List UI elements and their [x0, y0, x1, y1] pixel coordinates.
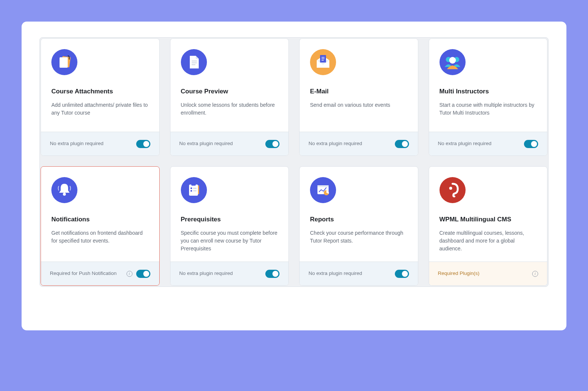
- footer-label: No extra plugin required: [438, 140, 520, 147]
- footer-label: No extra plugin required: [309, 270, 390, 277]
- addon-footer: Required for Push Notificationi: [41, 262, 159, 285]
- addon-card-reports: ReportsCheck your course performance thr…: [299, 166, 418, 286]
- svg-point-15: [449, 57, 456, 64]
- addons-grid-wrap: Course AttachmentsAdd unlimited attachme…: [39, 37, 549, 287]
- addon-footer: Required Plugin(s)i: [429, 262, 547, 285]
- svg-rect-25: [198, 185, 199, 194]
- addon-title: Reports: [310, 216, 408, 223]
- enable-toggle[interactable]: [524, 140, 538, 148]
- enable-toggle[interactable]: [136, 140, 150, 148]
- addon-card-multi-instructors: Multi InstructorsStart a course with mul…: [429, 38, 548, 156]
- addon-card-notifications: NotificationsGet notifications on fronte…: [41, 166, 160, 286]
- footer-label: Required for Push Notification: [50, 270, 122, 277]
- wpml-icon: [440, 177, 466, 203]
- card-body: Course PreviewUnlock some lessons for st…: [170, 39, 289, 132]
- footer-label: No extra plugin required: [179, 140, 261, 147]
- card-body: ReportsCheck your course performance thr…: [300, 167, 418, 262]
- footer-actions: [136, 140, 150, 148]
- addon-title: WPML Multilingual CMS: [440, 216, 537, 223]
- footer-actions: [395, 270, 409, 278]
- addon-card-course-preview: Course PreviewUnlock some lessons for st…: [170, 38, 289, 156]
- addon-title: Prerequisites: [181, 216, 278, 223]
- card-body: PrerequisitesSpecific course you must co…: [170, 167, 289, 262]
- addon-description: Get notifications on frontend dashboard …: [51, 229, 149, 245]
- card-body: Course AttachmentsAdd unlimited attachme…: [41, 39, 159, 132]
- svg-rect-21: [191, 188, 192, 189]
- addon-footer: No extra plugin required: [300, 132, 418, 156]
- addon-footer: No extra plugin required: [41, 132, 159, 156]
- addon-card-wpml: WPML Multilingual CMSCreate multilingual…: [429, 166, 548, 286]
- envelope-icon: [310, 49, 336, 75]
- addon-title: Multi Instructors: [440, 88, 537, 95]
- document-icon: [181, 49, 207, 75]
- footer-label: Required Plugin(s): [438, 270, 528, 277]
- chart-icon: [310, 177, 336, 203]
- card-body: WPML Multilingual CMSCreate multilingual…: [429, 167, 547, 262]
- addons-grid: Course AttachmentsAdd unlimited attachme…: [40, 38, 548, 286]
- addon-footer: No extra plugin required: [429, 132, 547, 156]
- addon-description: Unlock some lessons for students before …: [181, 101, 278, 117]
- enable-toggle[interactable]: [136, 270, 150, 278]
- svg-point-31: [449, 187, 452, 190]
- addon-footer: No extra plugin required: [170, 132, 289, 156]
- addon-description: Start a course with multiple instructors…: [440, 101, 537, 117]
- attachment-icon: [51, 49, 77, 75]
- enable-toggle[interactable]: [395, 270, 409, 278]
- footer-actions: [524, 140, 538, 148]
- svg-rect-28: [317, 185, 329, 187]
- addon-footer: No extra plugin required: [170, 262, 289, 285]
- addon-title: Course Preview: [181, 88, 278, 95]
- addon-description: Check your course performance through Tu…: [310, 229, 408, 245]
- info-icon[interactable]: i: [127, 271, 132, 277]
- checklist-icon: [181, 177, 207, 203]
- addon-card-prerequisites: PrerequisitesSpecific course you must co…: [170, 166, 289, 286]
- footer-label: No extra plugin required: [179, 270, 261, 277]
- addon-description: Add unlimited attachments/ private files…: [51, 101, 149, 117]
- footer-actions: [265, 140, 279, 148]
- settings-panel: Course AttachmentsAdd unlimited attachme…: [22, 22, 566, 330]
- footer-label: No extra plugin required: [50, 140, 132, 147]
- addon-description: Create multilingual courses, lessons, da…: [440, 229, 537, 253]
- addon-card-email: E-MailSend email on various tutor events…: [299, 38, 418, 156]
- addon-footer: No extra plugin required: [300, 262, 418, 285]
- svg-rect-19: [189, 185, 198, 196]
- svg-point-17: [63, 193, 66, 196]
- addon-card-course-attachments: Course AttachmentsAdd unlimited attachme…: [41, 38, 160, 156]
- footer-actions: [265, 270, 279, 278]
- footer-actions: [395, 140, 409, 148]
- svg-point-30: [440, 177, 466, 203]
- card-body: NotificationsGet notifications on fronte…: [41, 167, 159, 262]
- addon-title: E-Mail: [310, 88, 408, 95]
- footer-actions: i: [127, 270, 150, 278]
- bell-icon: [51, 177, 77, 203]
- info-icon[interactable]: i: [532, 271, 538, 277]
- enable-toggle[interactable]: [265, 270, 279, 278]
- addon-description: Send email on various tutor events: [310, 101, 408, 109]
- people-icon: [440, 49, 466, 75]
- footer-label: No extra plugin required: [309, 140, 390, 147]
- card-body: E-MailSend email on various tutor events: [300, 39, 418, 132]
- svg-rect-22: [191, 190, 192, 192]
- addon-title: Notifications: [51, 216, 149, 223]
- card-body: Multi InstructorsStart a course with mul…: [429, 39, 547, 132]
- addon-description: Specific course you must complete before…: [181, 229, 278, 253]
- footer-actions: i: [532, 271, 538, 277]
- svg-rect-20: [191, 183, 196, 186]
- enable-toggle[interactable]: [265, 140, 279, 148]
- addon-title: Course Attachments: [51, 88, 149, 95]
- enable-toggle[interactable]: [395, 140, 409, 148]
- svg-rect-2: [60, 57, 68, 68]
